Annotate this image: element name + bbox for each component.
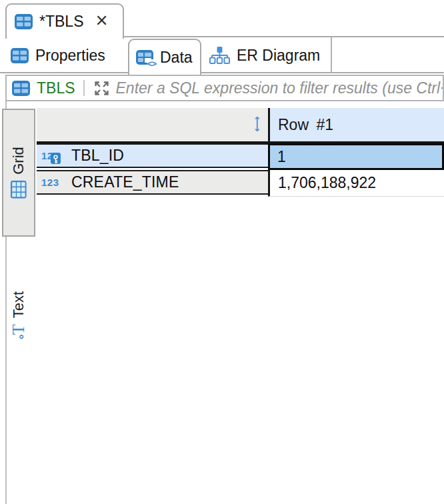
type-icon: 123: [41, 177, 65, 187]
cell-value: 1,706,188,922: [278, 174, 376, 192]
er-diagram-icon: [209, 46, 230, 65]
results-toolbar: TBLS: [0, 73, 444, 101]
table-icon: [12, 81, 30, 96]
table-row: 123 TBL_ID 1: [37, 143, 444, 170]
table-icon: [11, 48, 29, 63]
side-tab-label: Text: [10, 291, 27, 317]
value-cell[interactable]: 1: [268, 143, 444, 170]
grid-header-row: ↑↓ Row #1: [37, 108, 444, 143]
close-icon[interactable]: ×: [95, 10, 107, 31]
cell-value: 1: [277, 148, 286, 166]
record-grid: ↑↓ Row #1 123 TBL_ID 1 123 CREATE_TIME: [37, 108, 444, 197]
editor-tab-label: *TBLS: [39, 13, 83, 31]
text-view-icon: ‹›T: [12, 324, 26, 339]
results-panel: Grid ‹›T Text ↑↓ Row #1 123 TBL_ID: [0, 101, 444, 504]
type-icon: 123: [41, 151, 65, 161]
tab-label: Data: [160, 49, 193, 67]
toolbar-separator: [83, 80, 85, 96]
tab-label: ER Diagram: [237, 47, 320, 65]
table-icon: [15, 14, 33, 29]
side-tab-text[interactable]: ‹›T Text: [2, 253, 35, 377]
side-tab-label: Grid: [10, 147, 27, 175]
table-row: 123 CREATE_TIME 1,706,188,922: [37, 170, 444, 197]
column-header-row1[interactable]: Row #1: [268, 108, 444, 141]
row-header-cell[interactable]: 123 CREATE_TIME: [37, 170, 268, 195]
value-cell[interactable]: 1,706,188,922: [268, 170, 444, 197]
table-code-icon: <>: [136, 50, 153, 65]
expand-filter-icon[interactable]: [93, 79, 111, 97]
table-name-label: TBLS: [37, 79, 75, 97]
filter-input[interactable]: [116, 79, 443, 97]
view-tab-strip: Properties <> Data ER Diagram: [0, 37, 444, 73]
tab-properties[interactable]: Properties: [5, 37, 128, 73]
row-label: CREATE_TIME: [71, 173, 179, 191]
tab-label: Properties: [35, 47, 105, 65]
editor-tab-tbls[interactable]: *TBLS ×: [5, 3, 124, 39]
grid-icon: [11, 181, 27, 199]
grid-rows: 123 TBL_ID 1 123 CREATE_TIME: [37, 143, 444, 197]
sort-order-icon[interactable]: ↑↓: [253, 117, 261, 132]
side-tab-grid[interactable]: Grid: [2, 109, 35, 237]
row-label: TBL_ID: [71, 147, 124, 165]
row-header-corner[interactable]: ↑↓: [37, 108, 268, 141]
tab-data[interactable]: <> Data: [128, 39, 201, 75]
key-icon: [51, 153, 61, 164]
editor-tab-strip: *TBLS ×: [0, 0, 444, 37]
row-header-cell[interactable]: 123 TBL_ID: [37, 143, 268, 168]
tab-er-diagram[interactable]: ER Diagram: [201, 37, 332, 73]
